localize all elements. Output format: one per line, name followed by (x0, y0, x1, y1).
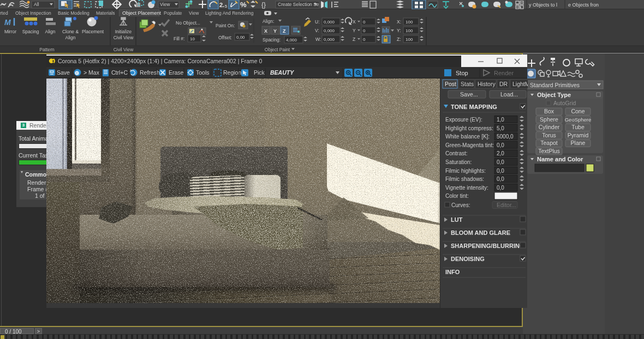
svg-text:1,0: 1,0 (497, 117, 504, 123)
svg-text:0,0: 0,0 (497, 185, 504, 191)
svg-text:Highlight compress:: Highlight compress: (445, 125, 493, 131)
svg-text:Object Type: Object Type (537, 92, 571, 98)
svg-text:Basic Modeling: Basic Modeling (58, 10, 90, 16)
svg-text:INFO: INFO (445, 269, 460, 275)
svg-text:2,0: 2,0 (497, 150, 504, 156)
svg-text:Load...: Load... (500, 91, 518, 98)
svg-text:Render: Render (494, 70, 514, 76)
svg-text:Save...: Save... (460, 91, 478, 98)
svg-text:DENOISING: DENOISING (451, 256, 485, 262)
svg-text:0,00: 0,00 (236, 35, 245, 40)
svg-text:Green-Magenta tint:: Green-Magenta tint: (445, 142, 494, 148)
svg-text:Pyramid: Pyramid (568, 132, 589, 138)
svg-text:Filmic shadows:: Filmic shadows: (445, 176, 484, 182)
svg-text:rted: rted (0, 10, 8, 16)
svg-text:LightMix: LightMix (512, 81, 528, 87)
svg-text:BEAUTY: BEAUTY (270, 69, 294, 76)
svg-text:Save: Save (57, 69, 70, 76)
svg-text:Pattern: Pattern (39, 47, 55, 52)
svg-text:0: 0 (363, 28, 366, 33)
svg-text:Ctrl+C: Ctrl+C (111, 69, 128, 76)
svg-text:Clone &: Clone & (62, 29, 79, 34)
svg-text:100: 100 (406, 20, 413, 25)
svg-text:U:: U: (315, 19, 320, 25)
svg-text:0,000: 0,000 (324, 37, 335, 42)
svg-text:{}: {} (261, 1, 266, 9)
svg-text:Filmic highlights:: Filmic highlights: (445, 168, 486, 174)
svg-text:Name and Color: Name and Color (537, 156, 583, 162)
svg-text:0: 0 (363, 37, 366, 42)
svg-text:Cone: Cone (571, 108, 585, 114)
svg-text:Fill #:: Fill #: (174, 36, 184, 41)
svg-text:History: History (478, 81, 496, 87)
svg-text:Teapot: Teapot (540, 140, 558, 146)
svg-text:Contrast:: Contrast: (445, 150, 468, 156)
svg-text:0,0: 0,0 (497, 168, 504, 174)
svg-text:Sphere: Sphere (540, 116, 558, 123)
svg-text:GeoSphere: GeoSphere (565, 117, 592, 123)
svg-text:5,0: 5,0 (497, 125, 504, 131)
svg-text:0,0: 0,0 (497, 142, 504, 148)
svg-text:100: 100 (406, 37, 413, 42)
svg-text:y Objects to l: y Objects to l (529, 2, 557, 8)
svg-text:W:: W: (315, 37, 321, 42)
svg-text:View: View (189, 10, 199, 16)
svg-text:Object Inspection: Object Inspection (15, 10, 51, 16)
svg-text:Exposure (EV):: Exposure (EV): (445, 117, 482, 123)
svg-text:Z:: Z: (397, 37, 401, 42)
svg-text:Y: Y (353, 28, 356, 33)
svg-text:M: M (4, 18, 11, 27)
svg-text:4,000: 4,000 (286, 38, 297, 43)
svg-text:Erase: Erase (169, 69, 184, 76)
svg-text:10: 10 (190, 37, 195, 41)
svg-text:> Max: > Max (84, 69, 100, 76)
svg-text:DR: DR (499, 81, 508, 87)
svg-text:Placement: Placement (82, 29, 104, 34)
svg-text:Corona 5 (Hotfix 2) | 4200×240: Corona 5 (Hotfix 2) | 4200×2400px (1:4) … (58, 58, 263, 64)
svg-text:LUT: LUT (451, 216, 463, 223)
svg-text:No Object...: No Object... (176, 20, 200, 26)
svg-text:Align:: Align: (263, 19, 274, 24)
svg-text:View: View (160, 2, 170, 7)
svg-text:100: 100 (406, 28, 413, 33)
svg-text:X:: X: (397, 19, 401, 25)
svg-text:Align: Align (45, 29, 56, 34)
svg-text:Civil View: Civil View (114, 35, 134, 40)
svg-text:Curves:: Curves: (451, 202, 470, 208)
svg-text:Cylinder: Cylinder (539, 124, 560, 130)
svg-text:e Objects fron: e Objects fron (568, 2, 599, 8)
svg-text:Paint On:: Paint On: (216, 23, 235, 28)
svg-text:Z: Z (353, 37, 355, 42)
svg-text:Tube: Tube (571, 124, 585, 130)
svg-text:BLOOM AND GLARE: BLOOM AND GLARE (451, 229, 510, 236)
svg-text:0,0: 0,0 (497, 176, 504, 182)
svg-text:SHARPENING/BLURRING: SHARPENING/BLURRING (451, 243, 524, 249)
svg-text:Stop: Stop (456, 70, 468, 76)
svg-text:Standard Primitives: Standard Primitives (530, 82, 580, 88)
svg-text:Lighting And Rendering: Lighting And Rendering (205, 10, 254, 16)
svg-text:Create Selection Se: Create Selection Se (278, 2, 319, 7)
svg-text:TONE MAPPING: TONE MAPPING (451, 104, 497, 110)
svg-text:White balance [K]:: White balance [K]: (445, 134, 490, 140)
svg-text:Z: Z (283, 28, 286, 34)
svg-text:Mirror: Mirror (4, 29, 16, 34)
svg-text:Vignette intensity:: Vignette intensity: (445, 185, 488, 191)
svg-text:TextPlus: TextPlus (538, 148, 560, 154)
svg-text:Spacing:: Spacing: (263, 37, 281, 43)
svg-text:Spacing: Spacing (22, 29, 39, 34)
svg-text:Stats: Stats (461, 81, 474, 87)
svg-text:0,0: 0,0 (497, 159, 504, 165)
svg-text:0,000: 0,000 (324, 20, 335, 25)
svg-text:Pick: Pick (254, 69, 265, 76)
svg-text:Civil View: Civil View (114, 47, 134, 52)
svg-text:2.: 2. (219, 2, 224, 8)
svg-text:AutoGrid: AutoGrid (553, 100, 576, 106)
svg-text:Offset:: Offset: (218, 35, 232, 40)
svg-text:G: G (75, 70, 79, 76)
svg-text:Saturation:: Saturation: (445, 159, 472, 165)
svg-text:Torus: Torus (542, 132, 556, 138)
svg-text:Color tint:: Color tint: (445, 193, 469, 199)
svg-text:Box: Box (544, 108, 554, 114)
svg-text:0,000: 0,000 (324, 28, 335, 33)
svg-text:All: All (34, 2, 39, 7)
